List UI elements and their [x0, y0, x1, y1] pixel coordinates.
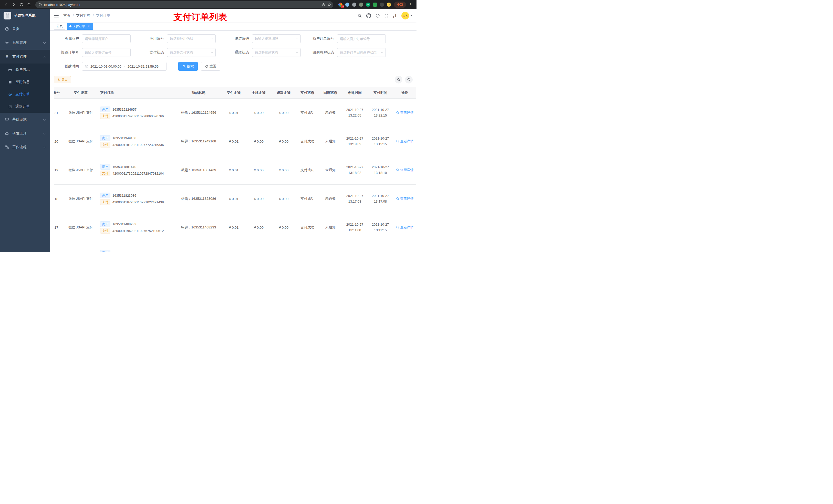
user-avatar[interactable] — [401, 12, 412, 20]
profile-avatar[interactable] — [387, 3, 391, 7]
cell-fee-amount: ¥ 0.00 — [246, 98, 271, 127]
chrome-update-button[interactable]: 更新 — [394, 2, 406, 8]
extension-icon[interactable]: 10 — [338, 3, 342, 7]
filter-label: 回调商户状态 — [309, 50, 337, 55]
view-detail-link[interactable]: 查看详情 — [396, 139, 414, 144]
extension-icon[interactable] — [366, 3, 370, 7]
filter-merchant: 所属商户 — [54, 34, 130, 43]
cell-pay-amount — [221, 242, 246, 252]
export-button[interactable]: 导出 — [54, 76, 71, 83]
sidebar-item-devtools[interactable]: 研发工具 — [0, 126, 50, 140]
filter-app: 应用编号 请选择应用信息 — [139, 34, 216, 43]
tags-view-bar: 首页 支付订单 × — [50, 22, 416, 31]
extension-badge: 10 — [341, 5, 344, 8]
column-header: 支付金额 — [221, 87, 246, 98]
cell-notify-status: 未通知 — [319, 184, 342, 213]
sidebar-item-payment[interactable]: ¥ 支付管理 — [0, 50, 50, 64]
filter-label: 商户订单编号 — [309, 37, 337, 41]
filter-channel-code: 渠道编码 请输入渠道编码 — [224, 34, 301, 43]
view-detail-link[interactable]: 查看详情 — [396, 225, 414, 230]
close-tab-icon[interactable]: × — [87, 25, 90, 28]
view-detail-link[interactable]: 查看详情 — [396, 196, 414, 201]
address-bar[interactable]: localhost:1024/pay/order — [35, 1, 333, 8]
hamburger-menu-icon[interactable] — [54, 14, 59, 18]
dashboard-icon — [5, 27, 9, 31]
cell-pay-amount: ¥ 0.01 — [221, 184, 246, 213]
view-detail-link[interactable]: 查看详情 — [396, 111, 414, 115]
cell-pay-time: 2021-10-27 13:22:15 — [367, 98, 393, 127]
back-icon[interactable] — [3, 1, 9, 8]
sidebar-item-label: 首页 — [12, 27, 20, 31]
breadcrumb-pay-management[interactable]: 支付管理 — [76, 13, 90, 18]
refund-status-select[interactable]: 请选择退款状态 — [252, 48, 301, 57]
github-icon[interactable] — [366, 13, 371, 18]
forward-icon[interactable] — [10, 1, 17, 8]
toggle-search-button[interactable] — [395, 76, 402, 83]
pay-tag: 支付 — [100, 171, 111, 176]
app-logo: 芋道管理系统 — [0, 9, 50, 22]
sidebar-item-merchant-info[interactable]: 商户信息 — [0, 64, 50, 76]
home-icon[interactable] — [26, 1, 32, 8]
reset-button[interactable]: 重置 — [201, 62, 220, 71]
filter-label: 创建时间 — [54, 64, 82, 69]
extension-icon[interactable] — [373, 3, 377, 7]
pay-status-select[interactable]: 请选择支付状态 — [167, 48, 216, 57]
table-row: 17 微信 JSAPI 支付 商户 1635311468233 支付 42000… — [54, 213, 416, 242]
help-icon[interactable] — [376, 14, 380, 18]
callback-status-select[interactable]: 请选择订单回调商户状态 — [337, 48, 386, 57]
cell-order-id — [54, 242, 65, 252]
create-time-range[interactable]: 2021-10-01 00:00:00 - 2021-10-31 23:59:5… — [82, 62, 166, 71]
app-select[interactable]: 请选择应用信息 — [167, 34, 216, 43]
column-header: 支付订单 — [96, 87, 175, 98]
site-info-icon[interactable] — [39, 3, 42, 6]
merchant-order-no-input[interactable] — [337, 34, 386, 43]
merchant-tag: 商户 — [100, 106, 111, 112]
breadcrumb-home[interactable]: 首页 — [63, 13, 70, 18]
column-header: 支付时间 — [367, 87, 393, 98]
logo-image — [4, 12, 11, 20]
sidebar-item-workflow[interactable]: 工作流程 — [0, 140, 50, 154]
extension-icon[interactable] — [352, 3, 356, 7]
view-detail-link[interactable]: 查看详情 — [396, 168, 414, 172]
cell-pay-order: 商户 1635312124657 支付 42000011742021102780… — [96, 98, 175, 127]
search-icon[interactable] — [358, 14, 362, 18]
table-row: 18 微信 JSAPI 支付 商户 1635311823086 支付 42000… — [54, 184, 416, 213]
extension-icon[interactable] — [380, 3, 384, 7]
share-icon[interactable] — [322, 3, 325, 6]
sidebar-item-home[interactable]: 首页 — [0, 22, 50, 36]
extension-icon[interactable] — [345, 3, 349, 7]
channel-order-no-input[interactable] — [82, 48, 130, 57]
bookmark-star-icon[interactable] — [327, 3, 331, 7]
reload-icon[interactable] — [18, 1, 25, 8]
app-title: 芋道管理系统 — [14, 13, 35, 18]
fullscreen-icon[interactable] — [384, 14, 388, 18]
cell-pay-time: 2021-10-27 13:17:08 — [367, 184, 393, 213]
font-size-icon[interactable]: TT — [393, 13, 397, 18]
filter-label: 退款状态 — [224, 50, 252, 55]
channel-code-select[interactable]: 请输入渠道编码 — [252, 34, 301, 43]
sidebar-item-label: 支付订单 — [15, 92, 30, 97]
sidebar-item-label: 支付管理 — [12, 54, 27, 59]
sidebar-item-refund-order[interactable]: 退款订单 — [0, 100, 50, 113]
merchant-input[interactable] — [82, 34, 130, 43]
column-header: 手续金额 — [246, 87, 271, 98]
tab-home[interactable]: 首页 — [54, 23, 65, 30]
chevron-down-icon — [296, 37, 299, 40]
merchant-tag: 商户 — [100, 164, 111, 170]
cell-order-id: 21 — [54, 98, 65, 127]
sidebar-item-pay-order[interactable]: 支付订单 — [0, 88, 50, 100]
sidebar-item-system[interactable]: 系统管理 — [0, 36, 50, 50]
bank-card-icon — [8, 68, 12, 72]
extension-icon[interactable] — [359, 3, 363, 7]
column-header: 创建时间 — [342, 87, 367, 98]
refresh-table-button[interactable] — [405, 76, 413, 83]
merchant-tag: 商户 — [100, 193, 111, 198]
cell-actions: 查看详情 — [393, 127, 416, 156]
browser-menu-icon[interactable]: ⋮ — [407, 2, 414, 7]
tab-pay-order[interactable]: 支付订单 × — [67, 23, 93, 30]
chevron-down-icon — [211, 51, 213, 53]
sidebar-item-app-info[interactable]: 应用信息 — [0, 76, 50, 88]
search-button[interactable]: 搜索 — [178, 62, 198, 71]
cell-pay-order: 商户 1635311881440 支付 42000011732021102728… — [96, 156, 175, 184]
sidebar-item-infrastructure[interactable]: 基础设施 — [0, 113, 50, 126]
